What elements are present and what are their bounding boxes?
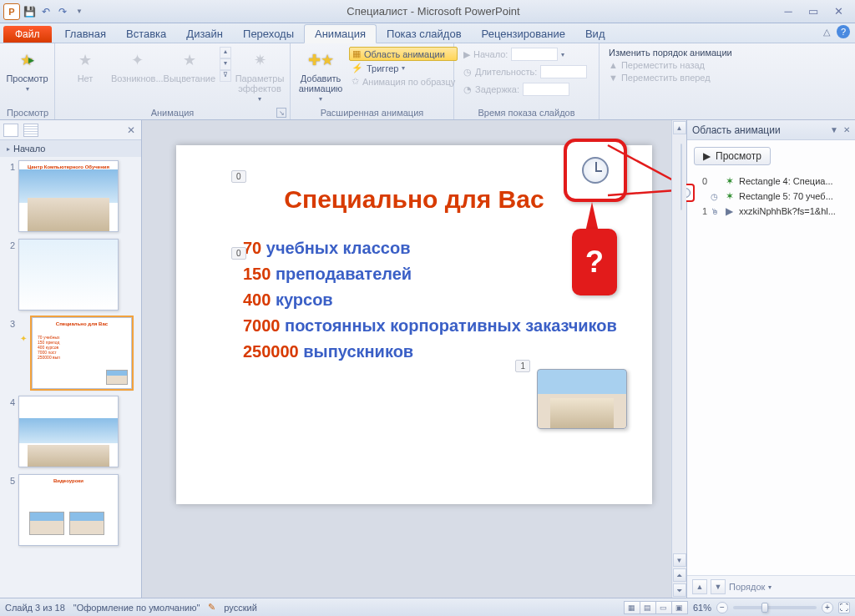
tab-insert[interactable]: Вставка	[116, 25, 176, 43]
slide-body[interactable]: 70 учебных классов 150 преподавателей 40…	[243, 239, 619, 361]
reorder-up-button[interactable]: ▲	[692, 579, 707, 594]
section-header[interactable]: ▸Начало	[0, 140, 141, 157]
slide-thumbnail[interactable]: Центр Компьютерного Обучения «Специалист…	[18, 160, 119, 232]
vertical-scrollbar[interactable]: ▲ ▼ ⏶ ⏷	[671, 120, 686, 598]
gallery-up-icon[interactable]: ▴	[220, 47, 231, 58]
slide-counter[interactable]: Слайд 3 из 18	[5, 603, 65, 613]
slide-thumbnail[interactable]: ЛУЧШИЙ КОМПЬЮТЕРНЫЙ	[18, 239, 119, 311]
anim-none-label: Нет	[78, 73, 94, 83]
pane-dropdown-icon[interactable]: ▼	[830, 125, 838, 134]
thumbnail-item[interactable]: 2 ЛУЧШИЙ КОМПЬЮТЕРНЫЙ	[3, 239, 138, 311]
fit-window-icon[interactable]: ⛶	[838, 602, 850, 613]
reading-view-icon[interactable]: ▭	[655, 601, 672, 614]
animation-item[interactable]: 0 ✶ Rectangle 4: Специа...	[694, 174, 848, 189]
move-later-button[interactable]: ▼Переместить вперед	[606, 72, 735, 83]
animation-item[interactable]: ◷ ✶ Rectangle 5: 70 учеб...	[694, 189, 848, 204]
tab-transitions[interactable]: Переходы	[233, 25, 304, 43]
save-icon[interactable]: 💾	[22, 4, 37, 19]
collapse-ribbon-icon[interactable]: △	[823, 27, 830, 38]
duration-field[interactable]: ◷Длительность:	[461, 64, 589, 79]
delay-field[interactable]: ◔Задержка:	[461, 82, 589, 97]
group-launcher-icon[interactable]: ↘	[276, 108, 286, 118]
star-icon: ✦	[125, 48, 149, 72]
theme-name[interactable]: "Оформление по умолчанию"	[73, 603, 200, 613]
add-animation-label: Добавить анимацию	[299, 73, 343, 93]
minimize-icon[interactable]: ─	[780, 5, 797, 18]
tab-design[interactable]: Дизайн	[176, 25, 233, 43]
tab-slideshow[interactable]: Показ слайдов	[377, 25, 472, 43]
scroll-down-icon[interactable]: ▼	[673, 553, 686, 567]
thumbnail-item[interactable]: 1 Центр Компьютерного Обучения «Специали…	[3, 160, 138, 232]
zoom-slider[interactable]	[733, 606, 817, 609]
entrance-effect-icon: ✶	[726, 190, 736, 202]
scrollbar-thumb[interactable]	[680, 144, 682, 210]
slide-image[interactable]	[537, 369, 627, 429]
gallery-down-icon[interactable]: ▾	[220, 58, 231, 70]
animation-item[interactable]: 1 🖱 ▶ xxzkiNphhBk?fs=1&hl...	[694, 204, 848, 219]
preview-label: Просмотр	[6, 73, 48, 83]
anim-order-badge[interactable]: 0	[231, 247, 246, 260]
media-effect-icon: ▶	[726, 205, 736, 217]
zoom-value[interactable]: 61%	[693, 603, 711, 613]
zoom-in-button[interactable]: +	[822, 602, 833, 613]
tab-animations[interactable]: Анимация	[304, 24, 377, 43]
slideshow-view-icon[interactable]: ▣	[671, 601, 688, 614]
animation-painter-button[interactable]: ✩Анимация по образцу	[349, 75, 458, 88]
slide-thumbnail[interactable]	[18, 396, 119, 467]
close-panel-icon[interactable]: ✕	[124, 124, 138, 137]
trigger-button[interactable]: ⚡Триггер▾	[349, 62, 458, 74]
thumbnail-item[interactable]: 3 ✦ Специально для Вас 70 учебных150 пре…	[3, 317, 138, 389]
slide-editor[interactable]: 0 Специально для Вас 0 70 учебных классо…	[142, 120, 686, 598]
reorder-down-button[interactable]: ▼	[711, 579, 726, 594]
app-icon[interactable]: P	[3, 3, 20, 20]
sorter-view-icon[interactable]: ▤	[640, 601, 656, 614]
prev-slide-icon[interactable]: ⏶	[673, 568, 686, 582]
anim-none-button[interactable]: ★ Нет	[62, 47, 109, 85]
file-tab[interactable]: Файл	[3, 26, 52, 43]
add-animation-button[interactable]: ✚★ Добавить анимацию ▾	[297, 47, 344, 104]
redo-icon[interactable]: ↷	[55, 4, 70, 19]
entrance-effect-icon: ✶	[726, 175, 736, 187]
help-icon[interactable]: ?	[837, 25, 850, 38]
language-indicator[interactable]: русский	[224, 603, 256, 613]
slide-thumbnail[interactable]: Видеоуроки	[18, 474, 119, 546]
slide-title[interactable]: Специально для Вас	[210, 185, 619, 214]
move-earlier-button[interactable]: ▲Переместить назад	[606, 59, 735, 71]
slide-canvas[interactable]: 0 Специально для Вас 0 70 учебных классо…	[176, 145, 652, 504]
undo-icon[interactable]: ↶	[38, 4, 53, 19]
zoom-out-button[interactable]: −	[716, 602, 728, 613]
on-click-icon: 🖱	[711, 207, 722, 216]
slide-thumbnail[interactable]: Специально для Вас 70 учебных150 препод4…	[32, 317, 132, 389]
close-icon[interactable]: ✕	[830, 5, 847, 18]
preview-button[interactable]: ▶Просмотр	[694, 147, 771, 165]
thumbnail-item[interactable]: 4	[3, 396, 138, 467]
tab-home[interactable]: Главная	[55, 25, 116, 43]
preview-button[interactable]: ★▶ Просмотр ▾	[4, 47, 51, 94]
effect-options-button[interactable]: ✷ Параметры эффектов ▾	[236, 47, 283, 104]
thumbnail-item[interactable]: 5 Видеоуроки	[3, 474, 138, 546]
next-slide-icon[interactable]: ⏷	[673, 583, 686, 597]
maximize-icon[interactable]: ▭	[805, 5, 822, 18]
pane-close-icon[interactable]: ✕	[843, 125, 850, 134]
anim-order-badge[interactable]: 1	[515, 360, 530, 372]
animation-indicator-icon: ✦	[20, 334, 27, 343]
tab-review[interactable]: Рецензирование	[472, 25, 575, 43]
start-dropdown[interactable]: ▶Начало:▾	[461, 47, 589, 62]
play-icon: ▶	[703, 150, 711, 162]
outline-tab-icon[interactable]	[23, 124, 38, 137]
anim-order-badge[interactable]: 0	[231, 170, 246, 183]
tab-view[interactable]: Вид	[575, 25, 615, 43]
scroll-up-icon[interactable]: ▲	[673, 121, 686, 134]
spellcheck-icon[interactable]: ✎	[208, 602, 215, 613]
normal-view-icon[interactable]: ▦	[624, 601, 640, 614]
thumbnails-switcher: ✕	[0, 120, 141, 140]
group-label-extended: Расширенная анимация	[297, 108, 447, 118]
callout-stem	[585, 202, 599, 232]
slides-tab-icon[interactable]	[3, 124, 18, 137]
gallery-more-icon[interactable]: ⊽	[220, 70, 231, 82]
group-label-animation: Анимация↘	[62, 108, 283, 118]
qat-dropdown-icon[interactable]: ▼	[72, 4, 87, 19]
anim-appear-button[interactable]: ✦ Возникнов...	[114, 47, 161, 85]
anim-fade-button[interactable]: ★ Выцветание	[166, 47, 213, 85]
animation-pane-button[interactable]: ▦Область анимации	[349, 47, 458, 61]
